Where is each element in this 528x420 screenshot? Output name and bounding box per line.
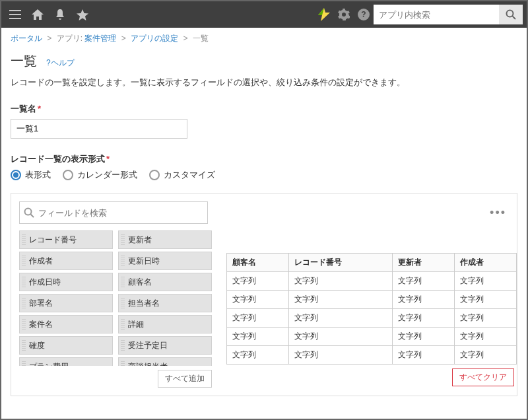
preview-cell: 文字列 [393,309,455,328]
list-name-input[interactable] [11,119,187,139]
view-builder: ••• レコード番号更新者作成者更新日時作成日時顧客名部署名担当者名案件名詳細確… [11,193,517,396]
clear-all-button[interactable]: すべてクリア [452,368,514,386]
palette-field[interactable]: 担当者名 [118,294,212,312]
preview-cell: 文字列 [455,328,517,346]
app-topbar: ? [1,1,527,28]
palette-field[interactable]: 部署名 [19,294,113,312]
preview-cell: 文字列 [227,346,289,365]
table-row: 文字列文字列文字列文字列 [227,328,517,346]
star-icon[interactable] [73,5,92,24]
preview-cell: 文字列 [227,291,289,309]
preview-table: 顧客名レコード番号更新者作成者文字列文字列文字列文字列文字列文字列文字列文字列文… [226,253,517,365]
list-name-label: 一覧名* [11,103,517,115]
global-search-button[interactable] [499,5,523,24]
preview-cell: 文字列 [288,291,393,309]
preview-cell: 文字列 [455,309,517,328]
table-row: 文字列文字列文字列文字列 [227,272,517,291]
help-link[interactable]: ?ヘルプ [46,57,75,69]
radio-table[interactable]: 表形式 [11,169,51,181]
breadcrumb-app[interactable]: 案件管理 [84,34,116,43]
svg-point-5 [507,11,513,17]
preview-cell: 文字列 [227,309,289,328]
preview-header: レコード番号 [288,254,393,272]
breadcrumb-settings[interactable]: アプリの設定 [131,34,178,43]
home-icon[interactable] [28,5,48,24]
palette-field[interactable]: 確度 [19,336,113,355]
help-icon[interactable]: ? [354,5,374,24]
preview-cell: 文字列 [288,328,393,346]
page-description: レコードの一覧を設定します。一覧に表示するフィールドの選択や、絞り込み条件の設定… [11,77,517,88]
add-all-button[interactable]: すべて追加 [158,370,212,388]
palette-field[interactable]: 詳細 [118,315,212,333]
preview-cell: 文字列 [393,291,455,309]
preview-cell: 文字列 [288,346,393,365]
breadcrumb-current: 一覧 [193,34,209,43]
gear-icon[interactable] [334,5,354,24]
palette-field[interactable]: 作成日時 [19,273,113,291]
radio-table-label: 表形式 [25,169,51,181]
preview-cell: 文字列 [227,272,289,291]
palette-field[interactable]: 更新日時 [118,252,212,270]
search-icon [506,9,516,20]
app-logo-icon [314,5,334,24]
menu-icon[interactable] [5,5,25,24]
table-row: 文字列文字列文字列文字列 [227,346,517,365]
table-row: 文字列文字列文字列文字列 [227,309,517,328]
preview-cell: 文字列 [393,328,455,346]
preview-cell: 文字列 [288,309,393,328]
preview-cell: 文字列 [227,328,289,346]
palette-field[interactable]: 顧客名 [118,273,212,291]
preview-header: 作成者 [455,254,517,272]
palette-field[interactable]: 商談担当者 [118,357,212,366]
preview-cell: 文字列 [455,291,517,309]
preview-cell: 文字列 [288,272,393,291]
palette-field[interactable]: 受注予定日 [118,336,212,355]
svg-text:?: ? [361,10,366,19]
svg-line-8 [31,215,34,218]
preview-pane: 顧客名レコード番号更新者作成者文字列文字列文字列文字列文字列文字列文字列文字列文… [226,230,517,388]
breadcrumb-app-prefix: アプリ: [57,34,82,43]
palette-field[interactable]: レコード番号 [19,230,113,249]
radio-calendar[interactable]: カレンダー形式 [63,169,137,181]
page-title: 一覧 [11,52,37,70]
more-menu-button[interactable]: ••• [490,206,509,220]
preview-cell: 文字列 [455,272,517,291]
svg-point-7 [25,209,32,215]
preview-cell: 文字列 [455,346,517,365]
preview-header: 更新者 [393,254,455,272]
svg-line-6 [513,17,516,20]
palette-field[interactable]: 作成者 [19,252,113,270]
radio-custom-label: カスタマイズ [164,169,215,181]
global-search-input[interactable] [374,5,499,24]
preview-table-scroll[interactable]: 顧客名レコード番号更新者作成者文字列文字列文字列文字列文字列文字列文字列文字列文… [226,253,517,388]
field-search-box[interactable] [19,201,208,224]
breadcrumb-portal[interactable]: ポータル [11,34,42,43]
bell-icon[interactable] [50,5,70,24]
field-palette[interactable]: レコード番号更新者作成者更新日時作成日時顧客名部署名担当者名案件名詳細確度受注予… [19,230,212,366]
search-icon [24,207,34,218]
radio-custom[interactable]: カスタマイズ [149,169,215,181]
preview-header: 顧客名 [227,254,289,272]
field-search-input[interactable] [34,208,203,218]
palette-field[interactable]: プラン費用 [19,357,113,366]
palette-field[interactable]: 更新者 [118,230,212,249]
display-format-label: レコード一覧の表示形式* [11,153,517,165]
breadcrumb: ポータル > アプリ: 案件管理 > アプリの設定 > 一覧 [1,28,527,50]
palette-field[interactable]: 案件名 [19,315,113,333]
preview-cell: 文字列 [393,272,455,291]
table-row: 文字列文字列文字列文字列 [227,291,517,309]
preview-cell: 文字列 [393,346,455,365]
radio-calendar-label: カレンダー形式 [77,169,137,181]
